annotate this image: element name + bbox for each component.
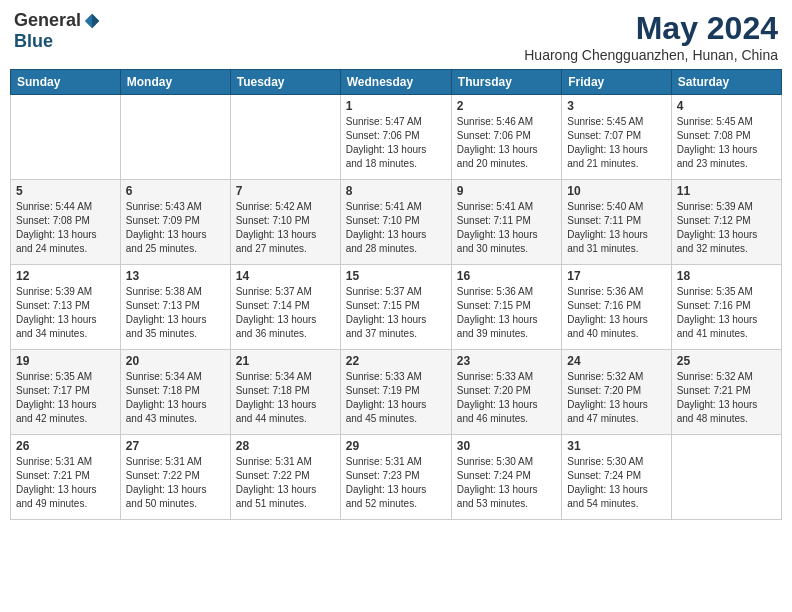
calendar-week-row: 26Sunrise: 5:31 AMSunset: 7:21 PMDayligh… — [11, 435, 782, 520]
day-number: 19 — [16, 354, 115, 368]
day-info: Sunrise: 5:39 AMSunset: 7:12 PMDaylight:… — [677, 200, 776, 256]
main-title: May 2024 — [524, 10, 778, 47]
calendar-day-header: Tuesday — [230, 70, 340, 95]
day-info: Sunrise: 5:32 AMSunset: 7:20 PMDaylight:… — [567, 370, 665, 426]
calendar-cell — [230, 95, 340, 180]
day-info: Sunrise: 5:45 AMSunset: 7:08 PMDaylight:… — [677, 115, 776, 171]
calendar-cell: 3Sunrise: 5:45 AMSunset: 7:07 PMDaylight… — [562, 95, 671, 180]
calendar-cell: 6Sunrise: 5:43 AMSunset: 7:09 PMDaylight… — [120, 180, 230, 265]
calendar-cell: 21Sunrise: 5:34 AMSunset: 7:18 PMDayligh… — [230, 350, 340, 435]
day-info: Sunrise: 5:36 AMSunset: 7:15 PMDaylight:… — [457, 285, 556, 341]
day-info: Sunrise: 5:35 AMSunset: 7:16 PMDaylight:… — [677, 285, 776, 341]
day-number: 1 — [346, 99, 446, 113]
calendar-cell: 15Sunrise: 5:37 AMSunset: 7:15 PMDayligh… — [340, 265, 451, 350]
day-info: Sunrise: 5:42 AMSunset: 7:10 PMDaylight:… — [236, 200, 335, 256]
calendar-day-header: Saturday — [671, 70, 781, 95]
calendar-cell: 1Sunrise: 5:47 AMSunset: 7:06 PMDaylight… — [340, 95, 451, 180]
day-info: Sunrise: 5:38 AMSunset: 7:13 PMDaylight:… — [126, 285, 225, 341]
calendar-day-header: Friday — [562, 70, 671, 95]
calendar-cell: 17Sunrise: 5:36 AMSunset: 7:16 PMDayligh… — [562, 265, 671, 350]
logo-general-text: General — [14, 10, 81, 31]
day-number: 2 — [457, 99, 556, 113]
day-info: Sunrise: 5:33 AMSunset: 7:20 PMDaylight:… — [457, 370, 556, 426]
calendar-week-row: 19Sunrise: 5:35 AMSunset: 7:17 PMDayligh… — [11, 350, 782, 435]
calendar-cell — [671, 435, 781, 520]
calendar-cell: 4Sunrise: 5:45 AMSunset: 7:08 PMDaylight… — [671, 95, 781, 180]
day-info: Sunrise: 5:31 AMSunset: 7:21 PMDaylight:… — [16, 455, 115, 511]
day-info: Sunrise: 5:45 AMSunset: 7:07 PMDaylight:… — [567, 115, 665, 171]
day-number: 17 — [567, 269, 665, 283]
calendar-cell: 23Sunrise: 5:33 AMSunset: 7:20 PMDayligh… — [451, 350, 561, 435]
calendar-table: SundayMondayTuesdayWednesdayThursdayFrid… — [10, 69, 782, 520]
calendar-cell: 14Sunrise: 5:37 AMSunset: 7:14 PMDayligh… — [230, 265, 340, 350]
day-info: Sunrise: 5:31 AMSunset: 7:23 PMDaylight:… — [346, 455, 446, 511]
calendar-day-header: Thursday — [451, 70, 561, 95]
day-number: 14 — [236, 269, 335, 283]
calendar-cell: 25Sunrise: 5:32 AMSunset: 7:21 PMDayligh… — [671, 350, 781, 435]
calendar-cell: 9Sunrise: 5:41 AMSunset: 7:11 PMDaylight… — [451, 180, 561, 265]
day-number: 5 — [16, 184, 115, 198]
day-info: Sunrise: 5:32 AMSunset: 7:21 PMDaylight:… — [677, 370, 776, 426]
calendar-week-row: 5Sunrise: 5:44 AMSunset: 7:08 PMDaylight… — [11, 180, 782, 265]
day-info: Sunrise: 5:34 AMSunset: 7:18 PMDaylight:… — [126, 370, 225, 426]
calendar-cell: 30Sunrise: 5:30 AMSunset: 7:24 PMDayligh… — [451, 435, 561, 520]
calendar-day-header: Wednesday — [340, 70, 451, 95]
day-info: Sunrise: 5:30 AMSunset: 7:24 PMDaylight:… — [457, 455, 556, 511]
calendar-cell: 7Sunrise: 5:42 AMSunset: 7:10 PMDaylight… — [230, 180, 340, 265]
day-info: Sunrise: 5:31 AMSunset: 7:22 PMDaylight:… — [126, 455, 225, 511]
calendar-cell: 19Sunrise: 5:35 AMSunset: 7:17 PMDayligh… — [11, 350, 121, 435]
day-number: 24 — [567, 354, 665, 368]
day-number: 20 — [126, 354, 225, 368]
calendar-day-header: Monday — [120, 70, 230, 95]
logo: General Blue — [14, 10, 101, 52]
calendar-cell: 13Sunrise: 5:38 AMSunset: 7:13 PMDayligh… — [120, 265, 230, 350]
calendar-cell: 16Sunrise: 5:36 AMSunset: 7:15 PMDayligh… — [451, 265, 561, 350]
day-info: Sunrise: 5:30 AMSunset: 7:24 PMDaylight:… — [567, 455, 665, 511]
day-number: 28 — [236, 439, 335, 453]
day-info: Sunrise: 5:43 AMSunset: 7:09 PMDaylight:… — [126, 200, 225, 256]
day-number: 31 — [567, 439, 665, 453]
day-info: Sunrise: 5:37 AMSunset: 7:14 PMDaylight:… — [236, 285, 335, 341]
calendar-cell: 26Sunrise: 5:31 AMSunset: 7:21 PMDayligh… — [11, 435, 121, 520]
calendar-cell: 28Sunrise: 5:31 AMSunset: 7:22 PMDayligh… — [230, 435, 340, 520]
day-info: Sunrise: 5:36 AMSunset: 7:16 PMDaylight:… — [567, 285, 665, 341]
day-info: Sunrise: 5:34 AMSunset: 7:18 PMDaylight:… — [236, 370, 335, 426]
day-number: 26 — [16, 439, 115, 453]
day-info: Sunrise: 5:47 AMSunset: 7:06 PMDaylight:… — [346, 115, 446, 171]
calendar-cell: 31Sunrise: 5:30 AMSunset: 7:24 PMDayligh… — [562, 435, 671, 520]
day-info: Sunrise: 5:44 AMSunset: 7:08 PMDaylight:… — [16, 200, 115, 256]
page-header: General Blue May 2024 Huarong Chengguanz… — [10, 10, 782, 63]
day-info: Sunrise: 5:41 AMSunset: 7:11 PMDaylight:… — [457, 200, 556, 256]
day-number: 12 — [16, 269, 115, 283]
calendar-day-header: Sunday — [11, 70, 121, 95]
day-number: 22 — [346, 354, 446, 368]
logo-blue-text: Blue — [14, 31, 53, 52]
day-info: Sunrise: 5:40 AMSunset: 7:11 PMDaylight:… — [567, 200, 665, 256]
day-number: 30 — [457, 439, 556, 453]
subtitle: Huarong Chengguanzhen, Hunan, China — [524, 47, 778, 63]
day-number: 18 — [677, 269, 776, 283]
title-section: May 2024 Huarong Chengguanzhen, Hunan, C… — [524, 10, 778, 63]
day-number: 15 — [346, 269, 446, 283]
calendar-cell: 20Sunrise: 5:34 AMSunset: 7:18 PMDayligh… — [120, 350, 230, 435]
day-number: 21 — [236, 354, 335, 368]
day-info: Sunrise: 5:35 AMSunset: 7:17 PMDaylight:… — [16, 370, 115, 426]
svg-marker-1 — [92, 13, 99, 27]
day-number: 13 — [126, 269, 225, 283]
day-info: Sunrise: 5:31 AMSunset: 7:22 PMDaylight:… — [236, 455, 335, 511]
calendar-cell: 2Sunrise: 5:46 AMSunset: 7:06 PMDaylight… — [451, 95, 561, 180]
calendar-cell: 22Sunrise: 5:33 AMSunset: 7:19 PMDayligh… — [340, 350, 451, 435]
calendar-week-row: 1Sunrise: 5:47 AMSunset: 7:06 PMDaylight… — [11, 95, 782, 180]
calendar-cell: 29Sunrise: 5:31 AMSunset: 7:23 PMDayligh… — [340, 435, 451, 520]
day-info: Sunrise: 5:41 AMSunset: 7:10 PMDaylight:… — [346, 200, 446, 256]
calendar-cell: 11Sunrise: 5:39 AMSunset: 7:12 PMDayligh… — [671, 180, 781, 265]
day-number: 6 — [126, 184, 225, 198]
day-number: 27 — [126, 439, 225, 453]
day-info: Sunrise: 5:37 AMSunset: 7:15 PMDaylight:… — [346, 285, 446, 341]
day-number: 11 — [677, 184, 776, 198]
calendar-cell: 18Sunrise: 5:35 AMSunset: 7:16 PMDayligh… — [671, 265, 781, 350]
calendar-cell: 10Sunrise: 5:40 AMSunset: 7:11 PMDayligh… — [562, 180, 671, 265]
calendar-cell — [120, 95, 230, 180]
day-info: Sunrise: 5:33 AMSunset: 7:19 PMDaylight:… — [346, 370, 446, 426]
day-info: Sunrise: 5:39 AMSunset: 7:13 PMDaylight:… — [16, 285, 115, 341]
